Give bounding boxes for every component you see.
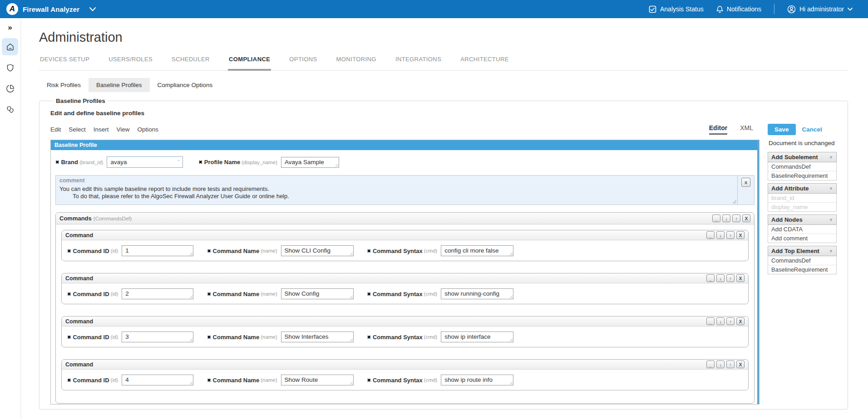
remove-attr-icon[interactable]: ✖ xyxy=(207,248,211,253)
comment-close-button[interactable]: x xyxy=(741,178,750,187)
tab-monitoring[interactable]: MONITORING xyxy=(335,55,377,71)
remove-profile-name-attr-icon[interactable]: ✖ xyxy=(198,160,202,165)
menu-options[interactable]: Options xyxy=(138,126,159,133)
sidebar-item-policies[interactable] xyxy=(2,101,18,118)
sidebar-item-risks[interactable] xyxy=(2,59,18,76)
command-syntax-attr: (cmd) xyxy=(424,377,437,383)
panel-description: Edit and define baseline profiles xyxy=(50,110,837,117)
menu-edit[interactable]: Edit xyxy=(50,126,61,133)
remove-attr-icon[interactable]: ✖ xyxy=(67,248,71,253)
remove-attr-icon[interactable]: ✖ xyxy=(67,292,71,297)
menu-select[interactable]: Select xyxy=(69,126,86,133)
delete-button[interactable]: X xyxy=(736,361,745,368)
move-up-button[interactable]: ↑ xyxy=(726,231,735,239)
subtab-baseline-profiles[interactable]: Baseline Profiles xyxy=(89,78,150,92)
remove-attr-icon[interactable]: ✖ xyxy=(367,378,371,383)
tab-architecture[interactable]: ARCHITECTURE xyxy=(459,55,510,71)
minimize-button[interactable]: _ xyxy=(706,317,715,325)
minimize-button[interactable]: _ xyxy=(706,274,715,282)
command-id-field[interactable]: 1 xyxy=(122,245,193,256)
view-toggle-editor[interactable]: Editor xyxy=(709,124,727,135)
menu-insert[interactable]: Insert xyxy=(94,126,109,133)
command-id-field[interactable]: 2 xyxy=(122,288,193,299)
subtab-compliance-options[interactable]: Compliance Options xyxy=(150,78,221,92)
subtab-risk-profiles[interactable]: Risk Profiles xyxy=(39,78,89,92)
sidebar-item-home[interactable] xyxy=(2,38,18,55)
move-down-button[interactable]: ↓ xyxy=(716,231,725,239)
palette-item[interactable]: BaselineRequirement xyxy=(768,171,836,180)
palette-item[interactable]: Add CDATA xyxy=(768,225,836,234)
comment-textarea[interactable]: comment You can edit this sample baselin… xyxy=(56,175,738,205)
command-box-header: Command _ ↓ ↑ X xyxy=(62,230,748,240)
command-id-field[interactable]: 3 xyxy=(122,331,193,342)
move-down-button[interactable]: ↓ xyxy=(716,274,725,282)
remove-attr-icon[interactable]: ✖ xyxy=(367,248,371,253)
editor-scrollbar[interactable] xyxy=(757,140,759,404)
palette-item[interactable]: CommandsDef xyxy=(768,256,836,265)
user-greeting: Hi administrator xyxy=(799,5,844,13)
cancel-button[interactable]: Cancel xyxy=(802,126,822,133)
tab-scheduler[interactable]: SCHEDULER xyxy=(171,55,211,71)
delete-button[interactable]: X xyxy=(736,317,745,325)
tab-compliance[interactable]: COMPLIANCE xyxy=(228,55,271,71)
palette-header[interactable]: Add Attribute ▼ xyxy=(768,183,837,194)
command-syntax-field[interactable]: config cli more false xyxy=(441,245,513,256)
sidebar-item-reports[interactable] xyxy=(2,80,18,97)
remove-attr-icon[interactable]: ✖ xyxy=(67,335,71,340)
move-down-button[interactable]: ↓ xyxy=(716,317,725,325)
palette-header[interactable]: Add Nodes ▼ xyxy=(768,214,837,225)
remove-attr-icon[interactable]: ✖ xyxy=(207,335,211,340)
analysis-status-button[interactable]: Analysis Status xyxy=(649,5,704,13)
analysis-status-icon xyxy=(649,5,656,13)
delete-button[interactable]: X xyxy=(742,214,750,222)
remove-attr-icon[interactable]: ✖ xyxy=(207,292,211,297)
move-up-button[interactable]: ↑ xyxy=(732,214,740,222)
tab-options[interactable]: OPTIONS xyxy=(288,55,318,71)
delete-button[interactable]: X xyxy=(736,274,745,282)
remove-attr-icon[interactable]: ✖ xyxy=(367,335,371,340)
sidebar-expand-button[interactable]: » xyxy=(2,21,18,34)
palette-item[interactable]: Add comment xyxy=(768,234,836,243)
palette-header-label: Add Attribute xyxy=(771,185,809,192)
move-up-button[interactable]: ↑ xyxy=(726,274,735,282)
command-syntax-field[interactable]: show ip route info xyxy=(441,375,513,385)
remove-attr-icon[interactable]: ✖ xyxy=(367,292,371,297)
command-id-field[interactable]: 4 xyxy=(122,375,193,385)
comment-controls: x xyxy=(738,175,754,205)
palette-item[interactable]: CommandsDef xyxy=(768,162,836,171)
move-up-button[interactable]: ↑ xyxy=(726,361,735,368)
tab-devices-setup[interactable]: DEVICES SETUP xyxy=(39,55,90,71)
move-down-button[interactable]: ↓ xyxy=(716,361,725,368)
menu-view[interactable]: View xyxy=(117,126,130,133)
minimize-button[interactable]: _ xyxy=(706,361,715,368)
profile-name-field[interactable]: Avaya Sample xyxy=(281,157,339,168)
tab-users-roles[interactable]: USERS/ROLES xyxy=(108,55,153,71)
command-name-field[interactable]: Show Interfaces xyxy=(281,331,354,342)
command-syntax-field[interactable]: show running-config xyxy=(441,288,513,299)
user-menu[interactable]: Hi administrator xyxy=(787,5,853,14)
tab-integrations[interactable]: INTEGRATIONS xyxy=(395,55,442,71)
comment-line-1: You can edit this sample baseline report… xyxy=(59,185,734,193)
move-up-button[interactable]: ↑ xyxy=(726,317,735,325)
command-syntax-field[interactable]: show ip interface xyxy=(441,331,513,342)
palette-header[interactable]: Add Subelement ▼ xyxy=(768,152,837,162)
palette-header[interactable]: Add Top Element ▼ xyxy=(768,246,837,256)
remove-brand-attr-icon[interactable]: ✖ xyxy=(55,160,59,165)
move-down-button[interactable]: ↓ xyxy=(722,214,730,222)
delete-button[interactable]: X xyxy=(736,231,745,239)
app-switcher-chevron-down-icon[interactable] xyxy=(89,7,96,11)
command-name-field[interactable]: Show Route xyxy=(281,375,354,385)
brand-select[interactable]: avaya ˇ xyxy=(107,156,183,168)
command-name-field[interactable]: Show Config xyxy=(281,288,354,299)
minimize-button[interactable]: _ xyxy=(706,231,715,239)
remove-attr-icon[interactable]: ✖ xyxy=(207,378,211,383)
command-name-attr: (name) xyxy=(261,377,277,383)
command-syntax-label: Command Syntax xyxy=(373,377,423,384)
remove-attr-icon[interactable]: ✖ xyxy=(67,378,71,383)
save-button[interactable]: Save xyxy=(768,124,796,135)
minimize-button[interactable]: _ xyxy=(712,214,720,222)
notifications-button[interactable]: Notifications xyxy=(716,5,761,13)
palette-item[interactable]: BaselineRequirement xyxy=(768,265,836,274)
command-name-field[interactable]: Show CLI Config xyxy=(281,245,354,256)
view-toggle-xml[interactable]: XML xyxy=(740,124,753,135)
